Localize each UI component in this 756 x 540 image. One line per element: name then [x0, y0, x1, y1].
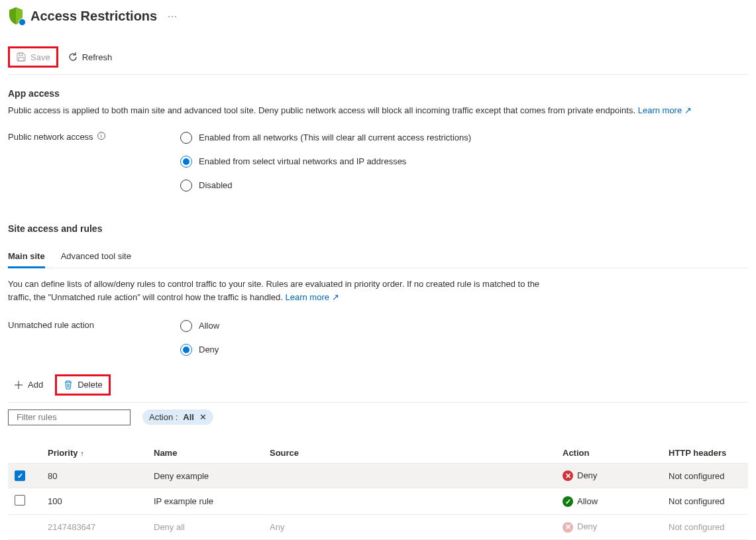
cell-action: Allow [556, 488, 662, 515]
delete-highlight-box: Delete [55, 374, 111, 396]
table-row[interactable]: 2147483647Deny allAnyDenyNot configured [8, 515, 748, 540]
radio-deny[interactable]: Deny [180, 344, 748, 356]
radio-icon [180, 180, 192, 191]
pill-value: All [183, 412, 194, 422]
cell-http: Not configured [662, 488, 748, 515]
shield-icon [8, 7, 24, 25]
unmatched-rule-label: Unmatched rule action [8, 320, 180, 356]
deny-icon [563, 470, 573, 481]
cell-source: Any [263, 515, 556, 540]
table-row[interactable]: 80Deny exampleDenyNot configured [8, 463, 748, 488]
radio-icon [180, 320, 192, 332]
svg-rect-1 [19, 58, 24, 61]
save-icon [16, 52, 27, 62]
plus-icon [13, 380, 24, 390]
column-header-http[interactable]: HTTP headers [662, 443, 748, 464]
public-network-access-radios: Enabled from all networks (This will cle… [180, 132, 748, 191]
radio-enabled-all[interactable]: Enabled from all networks (This will cle… [180, 132, 748, 144]
external-link-icon: ↗ [684, 105, 692, 115]
column-header-source[interactable]: Source [263, 443, 556, 464]
add-button[interactable]: Add [8, 377, 48, 393]
radio-disabled[interactable]: Disabled [180, 180, 748, 191]
radio-label: Enabled from all networks (This will cle… [199, 133, 471, 142]
radio-label: Deny [199, 345, 219, 354]
external-link-icon: ↗ [332, 292, 339, 302]
save-label: Save [30, 52, 50, 62]
svg-rect-0 [19, 53, 23, 56]
more-menu-button[interactable]: ··· [164, 11, 182, 21]
app-access-description: Public access is applied to both main si… [8, 104, 748, 117]
save-highlight-box: Save [8, 46, 58, 68]
save-button[interactable]: Save [11, 49, 56, 65]
column-header-action[interactable]: Action [556, 443, 662, 464]
app-access-learn-more-link[interactable]: Learn more ↗ [638, 105, 692, 115]
refresh-icon [68, 52, 78, 62]
radio-label: Allow [199, 321, 219, 331]
radio-enabled-select[interactable]: Enabled from select virtual networks and… [180, 156, 748, 168]
site-access-title: Site access and rules [8, 223, 748, 234]
filter-input-wrap[interactable] [8, 409, 131, 425]
add-label: Add [28, 380, 43, 390]
rules-table: Priority ↑ Name Source Action HTTP heade… [8, 443, 748, 540]
command-bar: Save Refresh [8, 42, 748, 75]
radio-icon [180, 132, 192, 144]
radio-label: Enabled from select virtual networks and… [199, 156, 406, 166]
site-access-description: You can define lists of allow/deny rules… [8, 278, 558, 304]
site-access-learn-more-link[interactable]: Learn more ↗ [285, 292, 339, 302]
dismiss-icon[interactable]: ✕ [199, 412, 207, 422]
refresh-button[interactable]: Refresh [62, 49, 118, 65]
rules-actions-bar: Add Delete [8, 374, 748, 403]
cell-name: IP example rule [147, 488, 263, 515]
table-row[interactable]: 100IP example ruleAllowNot configured [8, 488, 748, 515]
cell-action: Deny [556, 515, 662, 540]
filter-row: Action : All ✕ [8, 409, 748, 425]
cell-http: Not configured [662, 463, 748, 488]
column-header-select[interactable] [8, 443, 41, 464]
pill-key: Action : [149, 412, 178, 422]
public-network-access-label: Public network access i [8, 132, 180, 191]
filter-input[interactable] [13, 412, 128, 422]
row-checkbox[interactable] [15, 470, 25, 481]
radio-icon [180, 156, 192, 168]
cell-action: Deny [556, 463, 662, 488]
tab-advanced-tool-site[interactable]: Advanced tool site [61, 246, 131, 268]
app-access-title: App access [8, 88, 748, 99]
radio-allow[interactable]: Allow [180, 320, 748, 332]
delete-button[interactable]: Delete [58, 377, 108, 393]
unmatched-rule-row: Unmatched rule action Allow Deny [8, 320, 748, 356]
globe-badge-icon [19, 19, 26, 26]
deny-icon [563, 522, 573, 533]
page-header: Access Restrictions ··· [8, 7, 748, 30]
radio-icon [180, 344, 192, 356]
cell-name: Deny all [147, 515, 263, 540]
cell-http: Not configured [662, 515, 748, 540]
cell-priority: 100 [41, 488, 147, 515]
cell-name: Deny example [147, 463, 263, 488]
row-checkbox[interactable] [15, 495, 25, 506]
unmatched-rule-radios: Allow Deny [180, 320, 748, 356]
info-icon[interactable]: i [97, 132, 105, 140]
cell-priority: 80 [41, 463, 147, 488]
site-access-tabs: Main site Advanced tool site [8, 246, 748, 268]
public-network-access-row: Public network access i Enabled from all… [8, 132, 748, 191]
page-title: Access Restrictions [30, 9, 157, 24]
trash-icon [63, 380, 74, 390]
delete-label: Delete [78, 380, 103, 390]
cell-source [263, 463, 556, 488]
tab-main-site[interactable]: Main site [8, 246, 45, 268]
refresh-label: Refresh [82, 52, 113, 62]
allow-icon [563, 496, 573, 507]
sort-ascending-icon: ↑ [80, 449, 84, 457]
cell-priority: 2147483647 [41, 515, 147, 540]
filter-pill-action[interactable]: Action : All ✕ [142, 409, 213, 425]
column-header-name[interactable]: Name [147, 443, 263, 464]
radio-label: Disabled [199, 180, 233, 190]
cell-source [263, 488, 556, 515]
column-header-priority[interactable]: Priority ↑ [41, 443, 147, 464]
